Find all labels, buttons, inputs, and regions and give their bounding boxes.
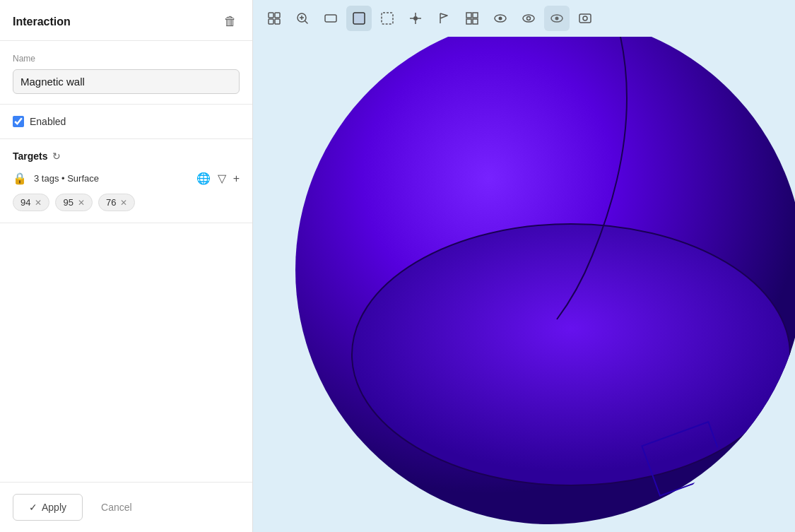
grid-button[interactable] — [459, 6, 485, 31]
svg-rect-18 — [466, 19, 471, 24]
svg-rect-26 — [579, 14, 591, 23]
camera-fit-button[interactable] — [261, 6, 287, 31]
svg-rect-8 — [325, 15, 336, 22]
svg-rect-3 — [275, 19, 280, 24]
svg-point-22 — [523, 15, 534, 22]
toolbar — [253, 0, 795, 37]
tag-remove-95[interactable]: ✕ — [78, 199, 85, 207]
3d-sphere-viewport — [274, 37, 795, 532]
targets-title: Targets — [13, 150, 48, 162]
tag-chip-94: 94 ✕ — [13, 194, 49, 211]
enabled-label: Enabled — [30, 116, 66, 127]
svg-point-27 — [583, 16, 587, 20]
pan-button[interactable] — [318, 6, 343, 31]
cancel-button[interactable]: Cancel — [90, 494, 143, 521]
filter-icon[interactable]: ▽ — [218, 172, 226, 185]
lasso-button[interactable] — [375, 6, 400, 31]
tag-chip-76: 76 ✕ — [98, 194, 135, 211]
lock-icon: 🔒 — [13, 172, 27, 185]
panel-spacer — [0, 223, 252, 482]
name-section: Name — [0, 41, 252, 105]
visibility-toggle-button[interactable] — [544, 6, 570, 31]
svg-rect-1 — [275, 13, 280, 18]
refresh-icon[interactable]: ↻ — [52, 150, 61, 162]
delete-icon[interactable]: 🗑 — [220, 13, 241, 30]
zoom-button[interactable] — [290, 6, 315, 31]
svg-rect-10 — [382, 13, 393, 24]
cancel-label: Cancel — [101, 502, 132, 513]
tag-label: 95 — [63, 197, 73, 208]
tag-label: 76 — [106, 197, 116, 208]
select-box-button[interactable] — [346, 6, 372, 31]
panel-header: Interaction 🗑 — [0, 0, 252, 41]
svg-rect-9 — [353, 13, 365, 24]
tag-label: 94 — [20, 197, 30, 208]
svg-point-25 — [555, 17, 559, 20]
apply-button[interactable]: ✓ Apply — [13, 494, 83, 521]
eye-alt-button[interactable] — [516, 6, 541, 31]
tag-remove-94[interactable]: ✕ — [35, 199, 42, 207]
svg-rect-17 — [473, 13, 478, 18]
globe-icon[interactable]: 🌐 — [196, 172, 211, 185]
panel-footer: ✓ Apply Cancel — [0, 482, 252, 532]
transform-button[interactable] — [403, 6, 428, 31]
tag-remove-76[interactable]: ✕ — [120, 199, 127, 207]
add-target-icon[interactable]: + — [233, 172, 240, 185]
screenshot-button[interactable] — [572, 6, 598, 31]
svg-point-30 — [352, 224, 790, 485]
enabled-checkbox[interactable] — [13, 116, 24, 127]
tags-row: 94 ✕ 95 ✕ 76 ✕ — [13, 194, 240, 211]
targets-info: 3 tags • Surface — [34, 173, 189, 184]
enabled-section: Enabled — [0, 105, 252, 139]
targets-controls: 🔒 3 tags • Surface 🌐 ▽ + — [13, 172, 240, 185]
viewport — [253, 0, 795, 532]
name-label: Name — [13, 54, 240, 64]
tag-chip-95: 95 ✕ — [55, 194, 92, 211]
left-panel: Interaction 🗑 Name Enabled Targets ↻ 🔒 3… — [0, 0, 253, 532]
svg-point-21 — [499, 17, 502, 20]
apply-label: Apply — [42, 502, 66, 513]
svg-rect-16 — [466, 13, 471, 18]
targets-section: Targets ↻ 🔒 3 tags • Surface 🌐 ▽ + 94 ✕ … — [0, 139, 252, 223]
svg-rect-0 — [269, 13, 273, 18]
canvas-area — [253, 37, 795, 532]
checkmark-icon: ✓ — [29, 502, 37, 513]
eye-button[interactable] — [488, 6, 513, 31]
panel-title: Interaction — [13, 16, 71, 28]
svg-point-11 — [413, 16, 418, 20]
flag-button[interactable] — [431, 6, 457, 31]
svg-point-23 — [527, 17, 531, 20]
name-input[interactable] — [13, 69, 240, 94]
targets-header: Targets ↻ — [13, 150, 240, 162]
svg-rect-2 — [269, 19, 273, 24]
svg-line-5 — [305, 21, 308, 24]
svg-rect-19 — [473, 19, 478, 24]
